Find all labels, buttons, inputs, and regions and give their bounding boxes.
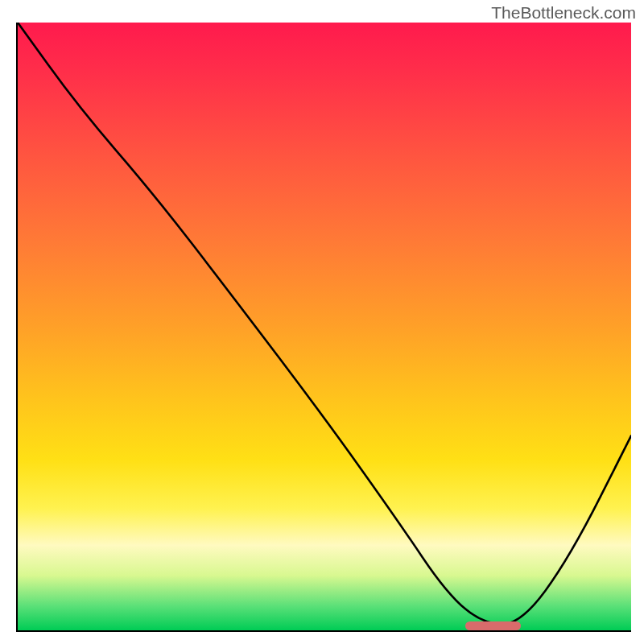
- watermark-text: TheBottleneck.com: [491, 3, 636, 23]
- plot-area: [16, 23, 631, 632]
- bottleneck-marker: [465, 621, 521, 630]
- background-gradient: [18, 23, 631, 630]
